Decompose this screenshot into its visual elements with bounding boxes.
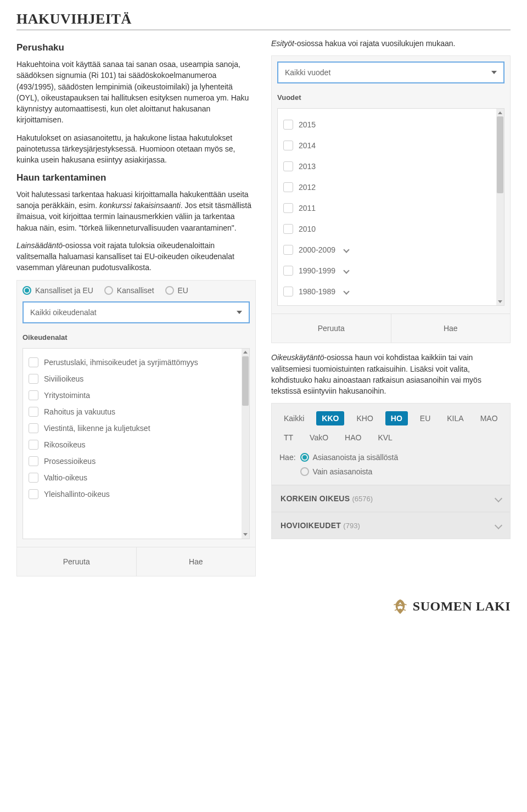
vuodet-select[interactable]: Kaikki vuodet [277,61,504,83]
oikeudenalat-select[interactable]: Kaikki oikeudenalat [23,301,250,323]
footer: SUOMEN LAKI [16,598,511,615]
year-label: 2014 [299,141,316,150]
oikeudenala-item[interactable]: Siviilioikeus [29,371,247,387]
checkbox-icon[interactable] [29,456,38,466]
checkbox-icon[interactable] [29,374,38,384]
oikeudenala-item[interactable]: Yleishallinto-oikeus [29,486,247,502]
search-button[interactable]: Hae [391,314,511,343]
oikeudenala-item[interactable]: Rahoitus ja vakuutus [29,404,247,420]
hae-radio-option[interactable]: Vain asiasanoista [300,467,399,476]
oikeudenala-item[interactable]: Valtio-oikeus [29,469,247,486]
checkbox-icon[interactable] [283,161,293,171]
checkbox-icon[interactable] [283,266,293,276]
chevron-down-icon [343,247,349,253]
brand-logo: SUOMEN LAKI [391,598,511,615]
radio-icon[interactable] [300,453,309,462]
court-accordion-row[interactable]: HOVIOIKEUDET (793) [272,512,510,539]
year-label: 1990-1999 [299,266,335,275]
paragraph: Oikeuskäytäntö-osiossa haun voi kohdista… [271,352,511,396]
checkbox-icon[interactable] [29,390,38,400]
scope-panel: Kansalliset ja EUKansallisetEU Kaikki oi… [16,280,256,576]
radio-label-text: Vain asiasanoista [313,467,373,476]
checkbox-icon[interactable] [29,423,38,433]
checkbox-icon[interactable] [29,473,38,483]
chevron-down-icon [237,311,242,314]
checkbox-icon[interactable] [283,224,293,234]
heading-perushaku: Perushaku [16,42,256,53]
court-tab[interactable]: HO [385,411,408,425]
year-item[interactable]: 2000-2009 [283,239,502,260]
accordion-title: KORKEIN OIKEUS [281,494,352,503]
page-title: HAKUVIHJEITÄ [16,11,511,30]
oikeudenala-item[interactable]: Prosessioikeus [29,453,247,469]
checkbox-icon[interactable] [283,203,293,213]
oikeudenalat-listbox[interactable]: Perustuslaki, ihmisoikeudet ja syrjimätt… [23,348,250,539]
year-item[interactable]: 2013 [283,156,502,177]
year-label: 2011 [299,204,316,212]
radio-label-text: Kansalliset [117,286,154,295]
cancel-button[interactable]: Peruuta [17,547,136,576]
hae-radio-option[interactable]: Asiasanoista ja sisällöstä [300,453,399,462]
year-item[interactable]: 1980-1989 [283,281,502,302]
oikeudenala-label: Prosessioikeus [44,457,96,466]
court-panel: KaikkiKKOKHOHOEUKILAMAOTTVakOHAOKVL Hae:… [271,403,511,539]
oikeudenala-label: Perustuslaki, ihmisoikeudet ja syrjimätt… [44,358,198,367]
radio-icon[interactable] [23,286,31,295]
oikeudenala-item[interactable]: Yritystoiminta [29,387,247,404]
select-value: Kaikki oikeudenalat [30,308,97,317]
court-tab[interactable]: KILA [442,412,468,425]
accordion-count: (6576) [352,495,373,503]
checkbox-icon[interactable] [29,440,38,450]
checkbox-icon[interactable] [29,357,38,367]
paragraph: Voit halutessasi tarkentaa hakuasi kirjo… [16,189,256,233]
checkbox-icon[interactable] [283,287,293,296]
court-tab[interactable]: Kaikki [279,412,309,425]
year-item[interactable]: 2011 [283,198,502,219]
court-tab[interactable]: KKO [316,411,344,425]
search-button[interactable]: Hae [136,547,256,576]
scope-radio-option[interactable]: Kansalliset [104,286,154,295]
court-tab[interactable]: VakO [305,431,333,444]
oikeudenala-item[interactable]: Perustuslaki, ihmisoikeudet ja syrjimätt… [29,354,247,371]
radio-icon[interactable] [104,286,113,295]
year-label: 2015 [299,120,316,129]
year-item[interactable]: 2012 [283,177,502,198]
checkbox-icon[interactable] [283,141,293,150]
oikeudenala-item[interactable]: Rikosoikeus [29,436,247,453]
year-item[interactable]: 2015 [283,114,502,135]
cancel-button[interactable]: Peruuta [272,314,391,343]
court-tab[interactable]: HAO [340,431,366,444]
court-tab[interactable]: MAO [476,412,502,425]
year-item[interactable]: 2014 [283,135,502,156]
court-tab[interactable]: TT [279,431,298,444]
checkbox-icon[interactable] [29,407,38,417]
scrollbar[interactable] [496,109,504,305]
vuodet-listbox[interactable]: 2015201420132012201120102000-20091990-19… [277,108,504,306]
court-accordion-row[interactable]: KORKEIN OIKEUS (6576) [272,485,510,512]
checkbox-icon[interactable] [283,182,293,192]
checkbox-icon[interactable] [29,489,38,499]
scope-radio-option[interactable]: Kansalliset ja EU [23,286,93,295]
checkbox-icon[interactable] [283,120,293,130]
radio-label-text: Asiasanoista ja sisällöstä [313,453,399,462]
court-tab[interactable]: KHO [352,412,377,425]
radio-icon[interactable] [165,286,174,295]
panel-label-oikeudenalat: Oikeudenalat [23,333,250,341]
court-tab[interactable]: EU [416,412,435,425]
year-label: 1980-1989 [299,287,335,296]
radio-icon[interactable] [300,467,309,476]
year-panel: Kaikki vuodet Vuodet 2015201420132012201… [271,55,511,343]
radio-label-text: Kansalliset ja EU [35,286,93,295]
paragraph: Esityöt-osiossa hakua voi rajata vuosilu… [271,38,511,49]
scope-radio-option[interactable]: EU [165,286,188,295]
oikeudenala-label: Rahoitus ja vakuutus [44,407,115,416]
panel-label-vuodet: Vuodet [277,93,504,102]
oikeudenala-label: Siviilioikeus [44,374,83,383]
radio-label-text: EU [178,286,188,295]
year-item[interactable]: 2010 [283,219,502,239]
court-tab[interactable]: KVL [373,431,396,444]
year-item[interactable]: 1990-1999 [283,260,502,281]
scrollbar[interactable] [242,349,249,539]
oikeudenala-item[interactable]: Viestintä, liikenne ja kuljetukset [29,420,247,436]
checkbox-icon[interactable] [283,245,293,255]
